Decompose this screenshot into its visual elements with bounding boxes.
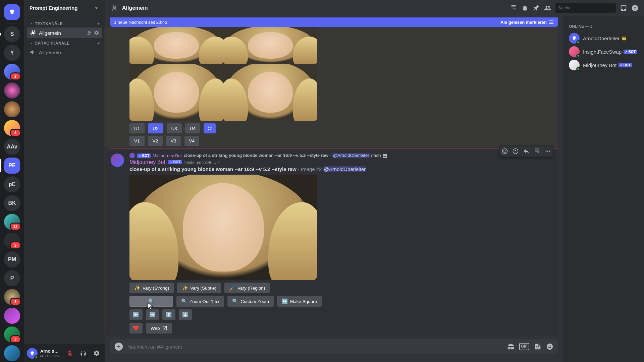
guild-12[interactable]: 5 bbox=[4, 233, 20, 249]
message-input[interactable] bbox=[127, 344, 502, 350]
server-header[interactable]: Prompt Engineering bbox=[24, 0, 105, 16]
guild-y[interactable]: Y bbox=[4, 45, 20, 61]
reroll-button[interactable] bbox=[204, 123, 216, 133]
help-icon[interactable]: ? bbox=[631, 4, 639, 12]
message-hover-actions bbox=[499, 145, 553, 157]
guild-18[interactable] bbox=[4, 345, 20, 361]
guild-s[interactable]: S bbox=[4, 26, 20, 42]
channel-allgemein-voice[interactable]: Allgemein bbox=[27, 47, 102, 58]
guild-17[interactable]: 3 bbox=[4, 326, 20, 343]
guild-aav[interactable]: AAv bbox=[4, 139, 20, 155]
u2-button[interactable]: U2 bbox=[148, 123, 163, 133]
member-midjourney[interactable]: Midjourney Bot✓ BOT bbox=[566, 58, 641, 72]
svg-point-13 bbox=[547, 344, 553, 350]
reply-icon[interactable] bbox=[521, 146, 532, 157]
guild-pm[interactable]: PM bbox=[4, 251, 20, 267]
threads-icon[interactable] bbox=[510, 4, 517, 12]
deafen-button[interactable] bbox=[78, 348, 89, 359]
members-icon[interactable] bbox=[544, 4, 551, 12]
guild-3[interactable]: 2 bbox=[4, 64, 20, 80]
self-avatar[interactable] bbox=[27, 348, 38, 359]
settings-button[interactable] bbox=[91, 348, 102, 359]
thread-icon[interactable] bbox=[532, 146, 542, 157]
member-arnold[interactable]: ArnoldOberleiter👑 bbox=[566, 32, 641, 45]
bot-tag: BOT bbox=[137, 154, 151, 158]
vary-strong-button[interactable]: ✨Vary (Strong) bbox=[129, 283, 174, 293]
inbox-icon[interactable] bbox=[620, 4, 627, 12]
search-box[interactable] bbox=[555, 3, 616, 13]
plus-icon[interactable] bbox=[97, 22, 101, 26]
pin-icon[interactable] bbox=[533, 4, 540, 12]
v3-button[interactable]: V3 bbox=[166, 136, 181, 146]
invite-icon[interactable] bbox=[87, 30, 92, 36]
zoom-1.5x-button[interactable]: 🔍Zoom Out 1.5x bbox=[176, 296, 224, 307]
attach-button[interactable] bbox=[115, 343, 123, 351]
member-insightfaceswap[interactable]: InsightFaceSwap✓ BOT bbox=[566, 45, 641, 58]
guild-5[interactable] bbox=[4, 101, 20, 117]
guild-6[interactable]: 3 bbox=[4, 120, 20, 136]
gif-button[interactable]: GIF bbox=[519, 343, 529, 350]
mute-button[interactable] bbox=[64, 348, 75, 359]
category-text[interactable]: TEXTKANÄLE bbox=[27, 19, 102, 27]
custom-zoom-button[interactable]: 🔍Custom Zoom bbox=[227, 296, 274, 307]
generated-grid-image[interactable] bbox=[129, 27, 317, 121]
svg-point-14 bbox=[548, 346, 549, 347]
reply-reference[interactable]: BOT Midjourney Bot close-up of a strikin… bbox=[129, 153, 558, 159]
u1-button[interactable]: U1 bbox=[129, 123, 145, 133]
mark-read-button[interactable]: Als gelesen markieren bbox=[500, 19, 554, 25]
channel-allgemein-text[interactable]: Allgemein bbox=[27, 27, 102, 38]
home-button[interactable] bbox=[4, 4, 20, 20]
upscaled-image[interactable] bbox=[129, 175, 317, 280]
guild-pe-active[interactable]: PE bbox=[4, 158, 20, 174]
zoom-2x-button[interactable]: 🔍 bbox=[129, 296, 173, 307]
svg-text:?: ? bbox=[634, 5, 636, 10]
reply-avatar bbox=[129, 153, 135, 158]
external-link-icon bbox=[162, 325, 167, 331]
pan-left-button[interactable]: ⬅️ bbox=[129, 309, 143, 320]
svg-point-10 bbox=[545, 150, 546, 152]
web-button[interactable]: Web bbox=[146, 323, 172, 334]
vary-region-button[interactable]: 🖌️Vary (Region) bbox=[224, 283, 270, 293]
svg-point-11 bbox=[547, 150, 548, 152]
guild-p[interactable]: P bbox=[4, 270, 20, 286]
v4-button[interactable]: V4 bbox=[184, 136, 200, 146]
reply-author: Midjourney Bot bbox=[153, 153, 182, 158]
svg-point-2 bbox=[11, 11, 11, 12]
gear-icon[interactable] bbox=[94, 30, 99, 36]
category-voice[interactable]: SPRACHKANÄLE bbox=[27, 38, 102, 47]
message-grid: U1 U2 U3 U4 V1 V2 V3 V4 bbox=[105, 27, 558, 147]
gift-icon[interactable] bbox=[507, 343, 515, 350]
search-input[interactable] bbox=[558, 5, 614, 10]
u4-button[interactable]: U4 bbox=[185, 123, 200, 133]
guild-11[interactable]: 22 bbox=[4, 214, 20, 230]
guild-bk[interactable]: BK bbox=[4, 195, 20, 211]
bot-avatar[interactable] bbox=[111, 154, 124, 167]
pan-right-button[interactable]: ➡️ bbox=[146, 309, 159, 320]
channel-header: Allgemein ? bbox=[105, 0, 644, 16]
v1-button[interactable]: V1 bbox=[129, 136, 145, 146]
svg-point-3 bbox=[13, 11, 13, 12]
new-message-bar[interactable]: 1 neue Nachricht seit 23:46 Als gelesen … bbox=[110, 17, 558, 27]
u3-button[interactable]: U3 bbox=[167, 123, 182, 133]
guild-pe2[interactable]: pE bbox=[4, 176, 20, 192]
message-author[interactable]: Midjourney Bot bbox=[129, 159, 165, 165]
vary-subtle-button[interactable]: ✨Vary (Subtle) bbox=[177, 283, 221, 293]
pan-down-button[interactable]: ⬇️ bbox=[179, 309, 192, 320]
plus-icon[interactable] bbox=[97, 41, 101, 45]
message-upscale: BOT Midjourney Bot close-up of a strikin… bbox=[105, 150, 558, 335]
guild-4[interactable] bbox=[4, 82, 20, 99]
super-reaction-icon[interactable] bbox=[510, 146, 521, 157]
v2-button[interactable]: V2 bbox=[148, 136, 163, 146]
guild-16[interactable] bbox=[4, 308, 20, 324]
message-composer: GIF bbox=[110, 339, 558, 354]
sticker-icon[interactable] bbox=[534, 343, 541, 350]
guild-15[interactable]: 3 bbox=[4, 289, 20, 305]
favorite-button[interactable]: ❤️ bbox=[129, 323, 143, 334]
server-name: Prompt Engineering bbox=[30, 5, 77, 11]
reaction-icon[interactable] bbox=[499, 146, 510, 157]
bell-icon[interactable] bbox=[521, 4, 529, 12]
emoji-icon[interactable] bbox=[546, 343, 553, 350]
make-square-button[interactable]: ↔️Make Square bbox=[277, 296, 322, 307]
pan-up-button[interactable]: ⬆️ bbox=[162, 309, 175, 320]
more-icon[interactable] bbox=[542, 146, 553, 157]
